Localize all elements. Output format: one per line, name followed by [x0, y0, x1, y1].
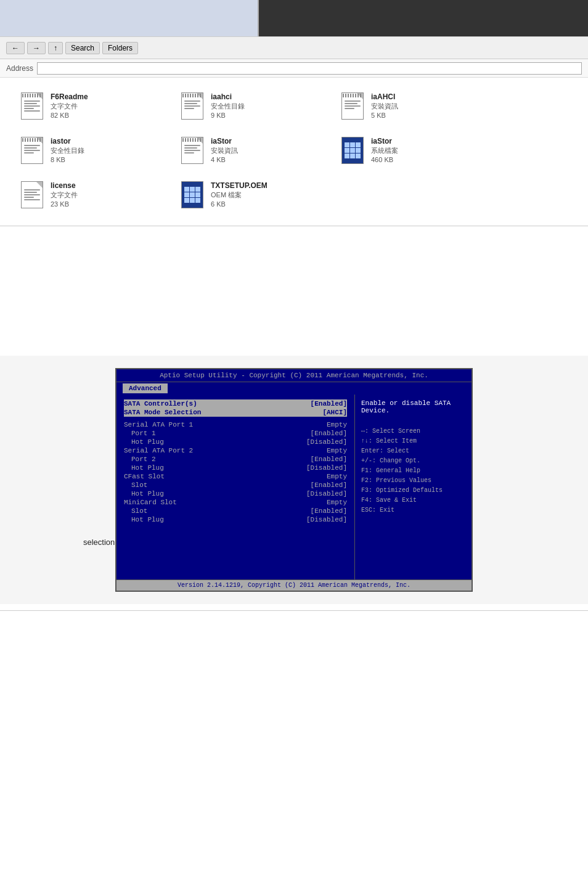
- folders-button[interactable]: Folders: [102, 42, 138, 54]
- file-icon-txtsetup: [181, 181, 206, 211]
- bios-value: Empty: [327, 473, 347, 480]
- file-name: iastor: [51, 137, 84, 145]
- file-name: iaahci: [211, 92, 245, 101]
- file-icon-iaStor-sys: [341, 137, 366, 166]
- file-item-f6readme[interactable]: F6Readme 文字文件 82 KB: [18, 90, 142, 125]
- file-size: 8 KB: [51, 156, 84, 163]
- search-button[interactable]: Search: [65, 42, 100, 54]
- bios-row-port2[interactable]: Port 2 [Enabled]: [124, 455, 347, 464]
- header-left: [0, 0, 259, 36]
- file-icon-iastor: [21, 137, 46, 166]
- file-item-license[interactable]: license 文字文件 23 KB: [18, 179, 142, 213]
- bios-row-cfast-hotplug[interactable]: Hot Plug [Disabled]: [124, 489, 347, 498]
- address-bar: Address: [0, 59, 588, 78]
- address-input[interactable]: [37, 62, 582, 75]
- bios-label: SATA Mode Selection: [124, 409, 201, 416]
- bios-row-hotplug1[interactable]: Hot Plug [Disabled]: [124, 438, 347, 446]
- file-info-txtsetup: TXTSETUP.OEM OEM 檔案 6 KB: [211, 181, 267, 208]
- file-info-f6readme: F6Readme 文字文件 82 KB: [51, 92, 88, 119]
- file-type: 安裝資訊: [211, 146, 238, 155]
- back-button[interactable]: ←: [6, 42, 25, 54]
- bios-row-sata-port2[interactable]: Serial ATA Port 2 Empty: [124, 446, 347, 455]
- file-type: 安裝資訊: [371, 102, 398, 111]
- bios-nav-line: F4: Save & Exit: [361, 496, 465, 505]
- bios-value: Empty: [327, 421, 347, 428]
- file-size: 5 KB: [371, 112, 398, 119]
- bios-main-panel: SATA Controller(s) [Enabled] SATA Mode S…: [116, 395, 354, 579]
- files-column-1: F6Readme 文字文件 82 KB iastor: [18, 90, 142, 213]
- bios-row-minicard-slot[interactable]: Slot [Enabled]: [124, 507, 347, 515]
- bios-row-sata-controller[interactable]: SATA Controller(s) [Enabled]: [124, 399, 347, 408]
- bios-label: Slot: [131, 481, 147, 489]
- bios-label: Port 2: [131, 456, 156, 463]
- file-item-iaahci[interactable]: iaahci 安全性目錄 9 KB: [179, 90, 302, 125]
- bios-value: [Disabled]: [306, 438, 347, 446]
- bios-row-sata-mode[interactable]: SATA Mode Selection [AHCI]: [124, 408, 347, 417]
- header-right: [259, 0, 588, 36]
- file-size: 82 KB: [51, 112, 88, 119]
- file-item-iastor[interactable]: iastor 安全性目錄 8 KB: [18, 134, 142, 169]
- bios-label: Serial ATA Port 2: [124, 447, 193, 454]
- bios-footer: Version 2.14.1219, Copyright (C) 2011 Am…: [116, 579, 472, 591]
- file-item-iaStor-inf[interactable]: iaStor 安裝資訊 4 KB: [179, 134, 302, 169]
- file-type: 系統檔案: [371, 146, 398, 155]
- file-type: 文字文件: [51, 102, 88, 111]
- divider-1: [0, 226, 588, 226]
- file-size: 23 KB: [51, 200, 78, 208]
- file-name: F6Readme: [51, 92, 88, 101]
- content-area: [0, 232, 588, 356]
- files-section: F6Readme 文字文件 82 KB iastor: [0, 78, 588, 226]
- file-size: 460 KB: [371, 156, 398, 163]
- file-type: 安全性目錄: [51, 146, 84, 155]
- bios-container: Aptio Setup Utility - Copyright (C) 2011…: [0, 356, 588, 604]
- bios-nav-line: ↔: Select Screen: [361, 427, 465, 436]
- forward-button[interactable]: →: [27, 42, 46, 54]
- file-icon-license: [21, 181, 46, 211]
- header: [0, 0, 588, 37]
- file-type: OEM 檔案: [211, 190, 267, 200]
- file-item-iaStor-sys[interactable]: iaStor 系統檔案 460 KB: [339, 134, 462, 169]
- bios-sidebar: Enable or disable SATA Device. ↔: Select…: [354, 395, 472, 579]
- file-name: iaStor: [211, 137, 238, 145]
- bios-screen: Aptio Setup Utility - Copyright (C) 2011…: [115, 368, 473, 592]
- up-button[interactable]: ↑: [48, 42, 63, 54]
- bios-row-minicard[interactable]: MiniCard Slot Empty: [124, 498, 347, 507]
- bios-value: [Enabled]: [311, 430, 347, 437]
- bios-label: Slot: [131, 507, 147, 515]
- bios-label: Port 1: [131, 430, 156, 437]
- toolbar: ← → ↑ Search Folders: [0, 37, 588, 59]
- bios-row-port1[interactable]: Port 1 [Enabled]: [124, 429, 347, 438]
- bios-row-minicard-hotplug[interactable]: Hot Plug [Disabled]: [124, 515, 347, 524]
- address-label: Address: [6, 64, 33, 73]
- file-info-iaAHCI: iaAHCI 安裝資訊 5 KB: [371, 92, 398, 119]
- file-info-iastor: iastor 安全性目錄 8 KB: [51, 137, 84, 163]
- bios-label: Hot Plug: [131, 490, 164, 497]
- bios-nav-line: ↑↓: Select Item: [361, 436, 465, 446]
- bios-row-hotplug2[interactable]: Hot Plug [Disabled]: [124, 464, 347, 472]
- bios-footer-text: Version 2.14.1219, Copyright (C) 2011 Am…: [178, 582, 410, 589]
- file-item-iaAHCI[interactable]: iaAHCI 安裝資訊 5 KB: [339, 90, 462, 125]
- bios-value: Empty: [327, 447, 347, 454]
- bios-row-sata-port1[interactable]: Serial ATA Port 1 Empty: [124, 420, 347, 429]
- bios-tab-label: Advanced: [129, 385, 161, 392]
- bios-tab-advanced[interactable]: Advanced: [123, 383, 168, 393]
- bios-title-bar: Aptio Setup Utility - Copyright (C) 2011…: [116, 369, 472, 382]
- file-item-txtsetup[interactable]: TXTSETUP.OEM OEM 檔案 6 KB: [179, 179, 302, 213]
- bios-value: [AHCI]: [322, 409, 347, 416]
- file-icon-iaStor-inf: [181, 137, 206, 166]
- bios-row-cfast[interactable]: CFast Slot Empty: [124, 472, 347, 481]
- bios-row-cfast-slot[interactable]: Slot [Enabled]: [124, 481, 347, 489]
- bios-value: [Enabled]: [311, 400, 347, 407]
- selection-label: selection: [83, 538, 115, 547]
- bios-value: [Disabled]: [306, 516, 347, 523]
- bios-label: Serial ATA Port 1: [124, 421, 193, 428]
- file-size: 9 KB: [211, 112, 245, 119]
- files-column-3: iaAHCI 安裝資訊 5 KB: [339, 90, 462, 213]
- file-info-iaahci: iaahci 安全性目錄 9 KB: [211, 92, 245, 119]
- bios-value: [Disabled]: [306, 464, 347, 472]
- file-type: 文字文件: [51, 190, 78, 200]
- bios-title-text: Aptio Setup Utility - Copyright (C) 2011…: [160, 372, 428, 379]
- bios-label: Hot Plug: [131, 516, 164, 523]
- bios-nav-help: ↔: Select Screen ↑↓: Select Item Enter: …: [361, 427, 465, 515]
- bios-value: Empty: [327, 499, 347, 506]
